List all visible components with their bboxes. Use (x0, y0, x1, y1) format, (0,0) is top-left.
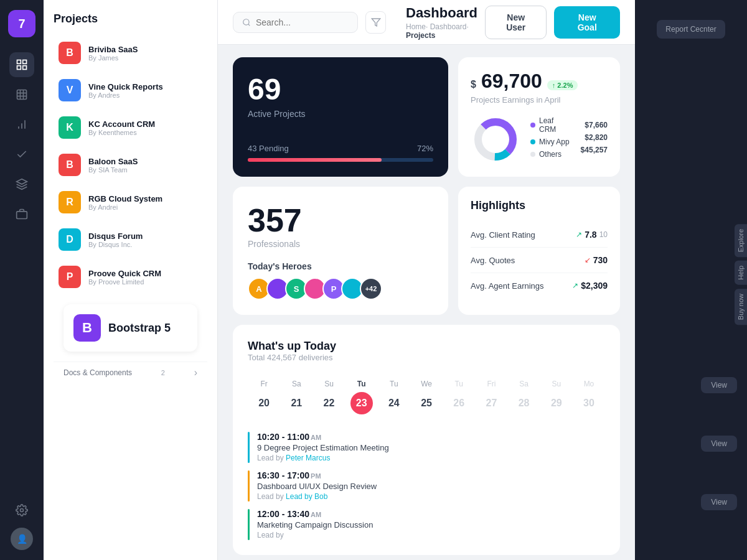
project-item[interactable]: R RGB Cloud System By Andrei (54, 185, 207, 220)
highlight-label: Avg. Agent Earnings (471, 281, 544, 291)
svg-rect-3 (23, 66, 27, 70)
highlight-label: Avg. Client Rating (471, 230, 535, 240)
earnings-badge: ↑ 2.2% (547, 80, 578, 90)
professionals-label: Professionals (248, 239, 433, 249)
highlight-num: 730 (593, 255, 608, 265)
filter-button[interactable] (365, 11, 386, 34)
event-lead-link[interactable]: Peter Marcus (286, 454, 330, 462)
legend: Leaf CRMMivy AppOthers (530, 116, 571, 159)
user-avatar-bottom[interactable]: 👤 (11, 528, 33, 550)
event-bar (248, 470, 250, 502)
calendar-row[interactable]: Fr 20 Sa 21 Su 22 Tu 23 Tu 24 We 25 Tu 2… (248, 375, 605, 419)
calendar-day[interactable]: We 25 (410, 375, 443, 419)
project-logo: R (59, 191, 81, 213)
down-arrow-icon: ↙ (585, 256, 591, 264)
project-item[interactable]: D Disqus Forum By Disqus Inc. (54, 222, 207, 257)
calendar-day-name: Tu (378, 380, 410, 388)
currency-symbol: $ (471, 79, 476, 90)
sidebar-item-tasks[interactable] (9, 142, 34, 167)
project-item[interactable]: B Baloon SaaS By SIA Team (54, 147, 207, 182)
pending-label: 43 Pending (248, 144, 289, 153)
project-info: Proove Quick CRM By Proove Limited (88, 269, 202, 286)
sidebar-item-grid[interactable] (9, 82, 34, 107)
avatar-item: +42 (360, 278, 382, 300)
sidebar-item-dashboard[interactable] (9, 52, 34, 77)
sidebar-item-chart[interactable] (9, 112, 34, 137)
highlight-secondary: 10 (599, 230, 608, 239)
calendar-day-num: 26 (448, 392, 470, 414)
project-info: RGB Cloud System By Andrei (88, 194, 202, 211)
bootstrap-icon: B (73, 314, 101, 342)
calendar-day[interactable]: Su 22 (312, 375, 345, 419)
view-button-2[interactable]: View (701, 436, 737, 452)
view-button-1[interactable]: View (701, 377, 737, 393)
calendar-day-num: 30 (578, 392, 600, 414)
help-tab[interactable]: Help (735, 261, 747, 285)
calendar-day[interactable]: Tu 26 (443, 375, 475, 419)
new-goal-button[interactable]: New Goal (554, 6, 620, 39)
up-arrow-icon: ↗ (572, 281, 578, 290)
event-list: 10:20 - 11:00AM 9 Degree Project Estimat… (248, 432, 605, 540)
docs-count: 2 (161, 369, 165, 376)
sidebar-item-layers[interactable] (9, 172, 34, 197)
event-name: Dashboard UI/UX Design Review (257, 482, 605, 491)
search-input[interactable] (256, 17, 349, 27)
sidebar-avatar[interactable]: 7 (8, 10, 35, 37)
project-by: By Andres (88, 91, 202, 99)
calendar-day-name: Tu (345, 380, 378, 388)
legend-amount: $45,257 (581, 146, 608, 154)
view-buttons: View View View (701, 372, 737, 510)
sidebar-item-briefcase[interactable] (9, 202, 34, 226)
schedule-title: What's up Today (248, 340, 605, 353)
project-name: Proove Quick CRM (88, 269, 202, 278)
project-item[interactable]: K KC Account CRM By Keenthemes (54, 110, 207, 145)
projects-title: Projects (54, 12, 207, 26)
project-item[interactable]: V Vine Quick Reports By Andres (54, 73, 207, 108)
calendar-day[interactable]: Fri 27 (475, 375, 507, 419)
svg-rect-13 (17, 212, 27, 219)
calendar-day-num: 21 (285, 392, 308, 414)
calendar-day-num: 29 (545, 392, 568, 414)
calendar-day[interactable]: Su 29 (540, 375, 573, 419)
new-user-button[interactable]: New User (485, 6, 547, 39)
docs-bar[interactable]: Docs & Components 2 › (54, 362, 207, 383)
legend-item: Leaf CRM (530, 116, 571, 134)
legend-name: Mivy App (539, 138, 570, 146)
buy-tab[interactable]: Buy now (735, 289, 747, 325)
sidebar-item-settings[interactable] (9, 498, 34, 523)
search-box[interactable] (233, 12, 358, 33)
topbar: Dashboard Home· Dashboard· Projects New … (218, 0, 635, 45)
view-button-3[interactable]: View (701, 494, 737, 510)
project-item[interactable]: P Proove Quick CRM By Proove Limited (54, 259, 207, 294)
report-center-button[interactable]: Report Cecnter (657, 20, 725, 39)
project-logo: K (59, 116, 81, 139)
dashboard-area: 69 Active Projects 43 Pending 72% $ 69,7… (218, 45, 635, 560)
calendar-day[interactable]: Sa 21 (280, 375, 312, 419)
calendar-day[interactable]: Fr 20 (248, 375, 280, 419)
earnings-amount: 69,700 (481, 70, 542, 93)
legend-amounts: $7,660$2,820$45,257 (581, 121, 608, 158)
donut-chart (471, 114, 520, 164)
explore-tab[interactable]: Explore (735, 224, 747, 257)
calendar-day[interactable]: Mo 30 (573, 375, 605, 419)
project-item[interactable]: B Briviba SaaS By James (54, 35, 207, 70)
project-info: Disqus Forum By Disqus Inc. (88, 231, 202, 248)
progress-bar (248, 158, 433, 162)
calendar-day[interactable]: Tu 24 (378, 375, 410, 419)
event-item: 12:00 - 13:40AM Marketing Campaign Discu… (248, 509, 605, 540)
project-name: KC Account CRM (88, 119, 202, 129)
event-lead: Lead by (257, 531, 605, 539)
event-lead-link[interactable]: Lead by Bob (286, 492, 327, 501)
svg-rect-1 (23, 60, 27, 64)
calendar-day-num: 22 (317, 392, 340, 414)
calendar-day[interactable]: Tu 23 (345, 375, 378, 419)
earnings-card: $ 69,700 ↑ 2.2% Projects Earnings in Apr… (458, 57, 620, 177)
calendar-day-name: We (410, 380, 443, 388)
calendar-day[interactable]: Sa 28 (508, 375, 540, 419)
svg-rect-4 (17, 90, 27, 100)
event-name: Marketing Campaign Discussion (257, 520, 605, 530)
event-item: 16:30 - 17:00PM Dashboard UI/UX Design R… (248, 470, 605, 502)
svg-point-14 (21, 509, 24, 512)
svg-rect-0 (17, 60, 21, 64)
filter-icon (371, 17, 381, 27)
